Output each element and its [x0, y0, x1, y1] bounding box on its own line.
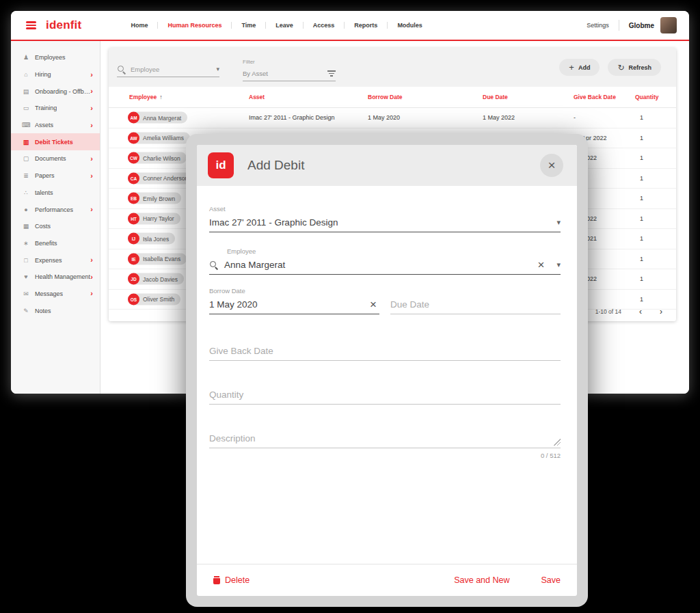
sidebar-item-health-management[interactable]: ♥ Health Management › — [11, 269, 100, 286]
add-button-label: Add — [578, 64, 591, 71]
employee-name: Emily Brown — [143, 195, 175, 202]
sort-asc-icon[interactable]: ↑ — [159, 94, 163, 100]
sidebar-item-hiring[interactable]: ⌂ Hiring › — [11, 66, 100, 83]
person-icon: ♟ — [22, 54, 30, 61]
refresh-button-label: Refresh — [628, 64, 651, 71]
nav-item-human-resources[interactable]: Human Resources — [157, 22, 231, 29]
chevron-right-icon: › — [90, 256, 93, 264]
employee-chip[interactable]: EB Emily Brown — [128, 193, 181, 204]
refresh-button[interactable]: ↻ Refresh — [608, 59, 661, 76]
employee-search-placeholder: Employee — [131, 66, 159, 73]
asset-field[interactable]: Asset Imac 27' 2011 - Graphic Design ▾ — [209, 205, 561, 232]
employee-chip[interactable]: CA Conner Anderson — [128, 172, 194, 184]
sidebar-item-training[interactable]: ▭ Training › — [11, 100, 100, 117]
employee-search-input[interactable]: Employee ▾ — [117, 62, 219, 77]
save-and-new-button[interactable]: Save and New — [454, 575, 509, 585]
filter-by-asset-select[interactable]: Filter By Asset — [243, 54, 336, 81]
give-back-date-placeholder: Give Back Date — [209, 346, 273, 356]
trash-icon — [213, 576, 220, 584]
sidebar-item-onboarding-offboardi[interactable]: ▤ Onboarding - Offboardi. › — [11, 83, 100, 100]
cell-quantity: 1 — [640, 135, 643, 141]
borrow-date-value: 1 May 2020 — [209, 299, 258, 310]
chevron-right-icon: › — [90, 206, 93, 213]
expenses-icon: □ — [22, 257, 30, 264]
employee-field[interactable]: Employee Anna Margerat × ▾ — [209, 247, 561, 275]
cell-borrow-date: 1 May 2020 — [368, 114, 400, 121]
search-icon — [117, 65, 126, 74]
employee-name: Harry Taylor — [143, 215, 174, 222]
chevron-right-icon: › — [90, 122, 93, 129]
chevron-down-icon[interactable]: ▾ — [556, 260, 561, 269]
column-header-employee[interactable]: Employee ↑ — [129, 94, 163, 100]
documents-icon: ▢ — [22, 155, 30, 162]
top-right-group: Settings Globme — [587, 17, 677, 33]
sidebar-item-assets[interactable]: ⌨ Assets › — [11, 117, 100, 134]
sidebar-item-documents[interactable]: ▢ Documents › — [11, 150, 100, 167]
resize-handle-icon[interactable] — [554, 439, 561, 446]
employee-chip[interactable]: JD Jacob Davies — [128, 273, 184, 285]
nav-item-access[interactable]: Access — [303, 22, 345, 29]
sidebar-item-messages[interactable]: ✉ Messages › — [11, 286, 100, 303]
quantity-placeholder: Quantity — [209, 390, 243, 400]
quantity-field[interactable]: Quantity — [209, 385, 561, 405]
column-header-due-date[interactable]: Due Date — [483, 94, 508, 100]
pagination-range: 1-10 of 14 — [595, 308, 621, 315]
add-button[interactable]: + Add — [559, 59, 600, 76]
nav-item-leave[interactable]: Leave — [265, 22, 303, 29]
chevron-right-icon: › — [90, 172, 93, 180]
close-button[interactable]: × — [540, 154, 563, 177]
app-logo: idenfit — [46, 18, 81, 32]
column-header-give-back-date[interactable]: Give Back Date — [574, 94, 616, 100]
asset-field-label: Asset — [209, 205, 561, 213]
cell-quantity: 1 — [640, 235, 643, 242]
user-avatar[interactable] — [660, 17, 677, 33]
column-header-asset[interactable]: Asset — [249, 94, 265, 100]
sidebar-item-debit-tickets[interactable]: ▥ Debit Tickets › — [11, 133, 100, 150]
user-name[interactable]: Globme — [629, 22, 654, 29]
description-field[interactable]: Description 0 / 512 — [209, 429, 561, 459]
chevron-down-icon[interactable]: ▾ — [556, 218, 561, 227]
performance-icon: ● — [22, 206, 30, 213]
sidebar-item-employees[interactable]: ♟ Employees › — [11, 49, 100, 66]
give-back-date-field[interactable]: Give Back Date — [209, 342, 561, 361]
due-date-field[interactable]: Due Date — [390, 287, 561, 314]
employee-chip[interactable]: HT Harry Taylor — [128, 213, 180, 224]
save-button[interactable]: Save — [541, 575, 561, 585]
table-row[interactable]: AM Anna Margerat Imac 27' 2011 - Graphic… — [109, 108, 676, 128]
sidebar-item-notes[interactable]: ✎ Notes › — [11, 302, 100, 319]
cell-quantity: 1 — [640, 154, 643, 161]
delete-button[interactable]: Delete — [213, 575, 250, 585]
prev-page-button[interactable]: ‹ — [639, 308, 642, 316]
sidebar-item-talents[interactable]: ∴ talents › — [11, 185, 100, 202]
employee-chip[interactable]: AM Anna Margerat — [128, 112, 187, 124]
sidebar-item-benefits[interactable]: ∗ Benefits › — [11, 235, 100, 252]
sidebar-item-expenses[interactable]: □ Expenses › — [11, 251, 100, 269]
sidebar-item-papers[interactable]: ≣ Papers › — [11, 167, 100, 185]
description-placeholder: Description — [209, 433, 256, 444]
column-header-borrow-date[interactable]: Borrow Date — [368, 94, 403, 100]
clear-icon[interactable]: × — [538, 259, 545, 271]
employee-chip[interactable]: AW Amelia Williams — [128, 132, 190, 144]
nav-item-time[interactable]: Time — [231, 22, 265, 29]
nav-item-modules[interactable]: Modules — [387, 22, 432, 29]
toolbar-buttons: + Add ↻ Refresh — [559, 59, 661, 76]
employee-chip[interactable]: IE Isabella Evans — [128, 253, 187, 264]
clear-icon[interactable]: × — [370, 299, 377, 310]
sidebar-item-costs[interactable]: ▦ Costs › — [11, 218, 100, 235]
column-header-quantity[interactable]: Quantity — [635, 94, 658, 100]
employee-chip[interactable]: CW Charlie Wilson — [128, 152, 187, 164]
messages-icon: ✉ — [22, 290, 30, 297]
talents-icon: ∴ — [22, 189, 30, 196]
nav-item-home[interactable]: Home — [121, 22, 157, 29]
next-page-button[interactable]: › — [660, 308, 662, 316]
sidebar-item-performances[interactable]: ● Performances › — [11, 201, 100, 218]
settings-button[interactable]: Settings — [587, 22, 609, 29]
borrow-date-field[interactable]: Borrow Date 1 May 2020 × — [209, 287, 379, 314]
modal-footer: Delete Save and New Save — [197, 564, 577, 596]
employee-chip[interactable]: IJ Isla Jones — [128, 233, 175, 245]
nav-item-reports[interactable]: Reports — [344, 22, 387, 29]
menu-icon[interactable] — [26, 20, 36, 31]
benefits-icon: ∗ — [22, 240, 30, 247]
cell-quantity: 1 — [640, 175, 643, 182]
employee-name: Amelia Williams — [143, 135, 184, 141]
